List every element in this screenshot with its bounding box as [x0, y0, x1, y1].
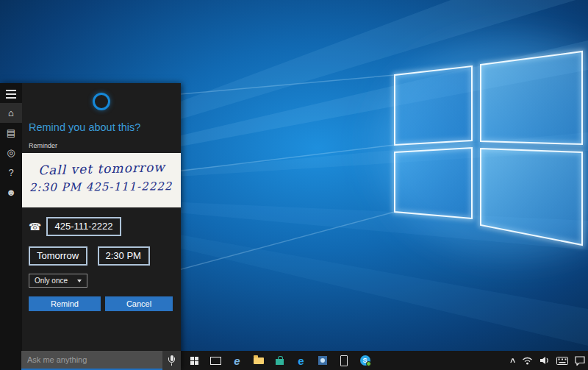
- cortana-content: Remind you about this? Reminder Call vet…: [22, 83, 181, 351]
- chevron-up-icon: ∧: [509, 357, 516, 364]
- volume-button[interactable]: [539, 351, 550, 370]
- hamburger-icon: [6, 88, 16, 99]
- ink-line-2: 2:30 PM 425-111-2222: [29, 179, 181, 194]
- recurrence-dropdown[interactable]: Only once: [29, 274, 87, 288]
- touch-keyboard-icon: [556, 357, 568, 365]
- action-center-button[interactable]: [575, 351, 585, 370]
- task-view-icon: [210, 357, 221, 365]
- phone-number-field[interactable]: 425-111-2222: [46, 217, 121, 236]
- reminder-prompt-title: Remind you about this?: [29, 121, 181, 133]
- phone-icon: ☎: [29, 221, 41, 232]
- phone-row: ☎ 425-111-2222: [29, 217, 181, 236]
- remind-button[interactable]: Remind: [29, 296, 101, 311]
- skype-icon: S: [360, 355, 370, 366]
- taskbar-apps: e e S: [184, 351, 376, 370]
- feedback-icon: ☻: [6, 187, 16, 198]
- help-icon: ?: [8, 167, 13, 178]
- sidebar-item-home[interactable]: ⌂: [0, 103, 22, 123]
- microphone-icon: [168, 355, 175, 366]
- edge-button[interactable]: e: [290, 351, 312, 370]
- system-tray: ∧: [510, 351, 585, 370]
- sidebar-item-help[interactable]: ?: [0, 163, 22, 182]
- internet-explorer-button[interactable]: e: [226, 351, 248, 370]
- action-center-icon: [575, 356, 585, 366]
- photos-button[interactable]: [312, 351, 333, 370]
- skype-button[interactable]: S: [354, 351, 376, 370]
- start-button[interactable]: [184, 351, 205, 370]
- cortana-search-bar: [21, 351, 162, 370]
- skype-online-dot: [366, 361, 371, 366]
- file-explorer-icon: [254, 357, 264, 364]
- reminder-section-label: Reminder: [29, 142, 181, 149]
- phone-companion-button[interactable]: [333, 351, 354, 370]
- microphone-button[interactable]: [162, 351, 181, 370]
- handwritten-note-card: Call vet tomorrow 2:30 PM 425-111-2222: [22, 153, 181, 207]
- speaker-icon: [539, 356, 550, 365]
- photos-icon: [318, 356, 327, 365]
- wifi-icon: [522, 356, 533, 365]
- desktop: e e S ∧: [0, 0, 588, 370]
- cortana-panel: ⌂ ▤ ◎ ? ☻ Remind you about this? Reminde…: [0, 83, 181, 370]
- store-icon: [276, 359, 284, 365]
- network-button[interactable]: [522, 351, 533, 370]
- ink-line-1: Call vet tomorrow: [38, 159, 181, 177]
- chevron-down-icon: [77, 280, 82, 282]
- phone-companion-icon: [340, 355, 348, 366]
- notebook-icon: ▤: [7, 127, 15, 138]
- menu-button[interactable]: [0, 83, 22, 103]
- windows-logo-icon: [190, 357, 198, 365]
- reminders-icon: ◎: [7, 147, 15, 158]
- cortana-sidebar: ⌂ ▤ ◎ ? ☻: [0, 83, 22, 370]
- sidebar-item-notebook[interactable]: ▤: [0, 123, 22, 143]
- cancel-button[interactable]: Cancel: [105, 296, 173, 311]
- search-input[interactable]: [21, 351, 162, 369]
- internet-explorer-icon: e: [234, 355, 240, 366]
- tray-overflow-button[interactable]: ∧: [510, 351, 515, 370]
- recurrence-value: Only once: [35, 277, 68, 285]
- sidebar-item-reminders[interactable]: ◎: [0, 143, 22, 163]
- task-view-button[interactable]: [205, 351, 226, 370]
- keyboard-button[interactable]: [556, 351, 568, 370]
- reminder-time-field[interactable]: 2:30 PM: [98, 246, 150, 266]
- reminder-date-field[interactable]: Tomorrow: [29, 246, 87, 266]
- cortana-logo: [93, 93, 110, 110]
- home-icon: ⌂: [8, 107, 14, 118]
- store-button[interactable]: [269, 351, 290, 370]
- file-explorer-button[interactable]: [248, 351, 269, 370]
- edge-icon: e: [298, 355, 304, 366]
- sidebar-item-feedback[interactable]: ☻: [0, 182, 22, 202]
- action-buttons: Remind Cancel: [29, 296, 181, 311]
